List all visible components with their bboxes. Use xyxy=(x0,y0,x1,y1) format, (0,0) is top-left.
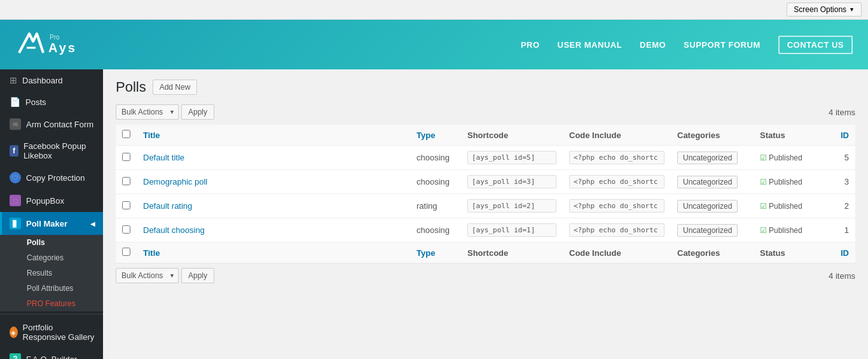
nav-contact-link[interactable]: CONTACT US xyxy=(778,36,853,54)
content-area: Polls Add New Bulk Actions ▼ Apply 4 ite… xyxy=(103,69,868,359)
row-title-link-1[interactable]: Demographic poll xyxy=(143,177,207,187)
logo-ays-label: Ays xyxy=(48,41,77,55)
published-check-icon-3: ☑ xyxy=(760,226,767,235)
col-status-header: Status xyxy=(754,125,823,146)
nav-user-manual-link[interactable]: USER MANUAL xyxy=(558,40,623,50)
submenu-poll-attributes[interactable]: Poll Attributes xyxy=(0,281,103,296)
row-code-3[interactable] xyxy=(569,223,665,237)
row-shortcode-3[interactable] xyxy=(467,223,556,237)
sidebar-item-copy-protection[interactable]: 🛡 Copy Protection xyxy=(0,166,103,189)
page-title: Polls xyxy=(116,79,146,95)
sidebar-item-facebook-popup[interactable]: f Facebook Popup Likebox xyxy=(0,136,103,166)
sidebar-item-posts[interactable]: 📄 Posts xyxy=(0,91,103,113)
row-checkbox-3[interactable] xyxy=(122,225,130,234)
foot-type[interactable]: Type xyxy=(410,243,461,264)
sidebar-item-dashboard[interactable]: ⊞ Dashboard xyxy=(0,69,103,91)
sidebar-item-poll-maker[interactable]: ▊ Poll Maker ◀ xyxy=(0,212,103,235)
row-title-link-2[interactable]: Default rating xyxy=(143,201,192,211)
sidebar-label-facebook: Facebook Popup Likebox xyxy=(24,141,95,160)
submenu-poll-attributes-label: Poll Attributes xyxy=(27,284,73,293)
bulk-actions-bottom-select[interactable]: Bulk Actions xyxy=(116,268,179,283)
posts-icon: 📄 xyxy=(10,97,20,107)
bulk-actions-select[interactable]: Bulk Actions xyxy=(116,104,179,120)
foot-title[interactable]: Title xyxy=(137,243,410,264)
sidebar-label-arm-contact: Arm Contact Form xyxy=(26,120,93,129)
row-type-3: choosing xyxy=(410,218,461,243)
select-all-checkbox[interactable] xyxy=(122,130,130,138)
row-checkbox-2[interactable] xyxy=(122,201,130,209)
foot-shortcode: Shortcode xyxy=(461,243,563,264)
row-checkbox-0[interactable] xyxy=(122,153,130,161)
portfolio-icon: ◈ xyxy=(10,327,18,338)
sidebar-item-portfolio[interactable]: ◈ Portfolio Responsive Gallery xyxy=(0,317,103,348)
row-type-0: choosing xyxy=(410,146,461,170)
table-row: Default choosing choosing Uncategorized … xyxy=(116,218,855,243)
row-status-0: ☑ Published xyxy=(760,153,817,162)
top-nav: PRO USER MANUAL DEMO SUPPORT FORUM CONTA… xyxy=(521,36,853,54)
row-title-link-0[interactable]: Default title xyxy=(143,153,184,162)
row-status-2: ☑ Published xyxy=(760,202,817,211)
sidebar-item-popupbox[interactable]: ◻ PopupBox xyxy=(0,189,103,212)
apply-button-bottom[interactable]: Apply xyxy=(181,268,214,283)
col-title-header[interactable]: Title xyxy=(137,125,410,146)
col-id-header[interactable]: ID xyxy=(823,125,855,146)
submenu-polls[interactable]: Polls xyxy=(0,235,103,250)
items-count-top: 4 items xyxy=(829,108,855,117)
published-check-icon-1: ☑ xyxy=(760,178,767,187)
polls-table: Title Type Shortcode Code Include Catego… xyxy=(116,125,855,263)
submenu-categories[interactable]: Categories xyxy=(0,250,103,265)
submenu-pro-label: PRO Features xyxy=(27,299,76,308)
page-header: Polls Add New xyxy=(116,79,855,95)
poll-maker-icon: ▊ xyxy=(10,218,21,229)
nav-support-link[interactable]: SUPPORT FORUM xyxy=(684,40,761,50)
sidebar-label-faq: F.A.Q. Builder xyxy=(26,355,77,360)
row-shortcode-0[interactable] xyxy=(467,151,556,164)
row-category-1: Uncategorized xyxy=(677,176,738,188)
screen-options-label: Screen Options xyxy=(794,5,846,14)
select-all-footer-checkbox[interactable] xyxy=(122,248,130,256)
col-categories-header: Categories xyxy=(671,125,754,146)
nav-pro-link[interactable]: PRO xyxy=(521,40,540,50)
row-id-1: 3 xyxy=(823,170,855,194)
submenu-results[interactable]: Results xyxy=(0,265,103,281)
foot-categories: Categories xyxy=(671,243,754,264)
screen-options-arrow-icon: ▼ xyxy=(849,6,855,13)
apply-button-top[interactable]: Apply xyxy=(181,104,214,120)
table-footer-row: Title Type Shortcode Code Include Catego… xyxy=(116,243,855,264)
col-checkbox xyxy=(116,125,137,146)
table-row: Demographic poll choosing Uncategorized … xyxy=(116,170,855,194)
row-title-link-3[interactable]: Default choosing xyxy=(143,225,205,235)
foot-status: Status xyxy=(754,243,823,264)
screen-options-button[interactable]: Screen Options ▼ xyxy=(787,3,862,17)
row-category-0: Uncategorized xyxy=(677,151,738,164)
arm-contact-icon: ✉ xyxy=(10,118,21,130)
table-header-row: Title Type Shortcode Code Include Catego… xyxy=(116,125,855,146)
published-check-icon-2: ☑ xyxy=(760,202,767,211)
add-new-button[interactable]: Add New xyxy=(153,80,198,95)
logo-pro-label: Pro xyxy=(50,34,77,41)
row-shortcode-2[interactable] xyxy=(467,199,556,213)
row-code-2[interactable] xyxy=(569,199,665,213)
sidebar-label-copy-protection: Copy Protection xyxy=(26,173,85,183)
logo-area: Pro Ays xyxy=(15,29,77,61)
row-type-2: rating xyxy=(410,194,461,218)
row-checkbox-1[interactable] xyxy=(122,177,130,185)
col-type-header[interactable]: Type xyxy=(410,125,461,146)
items-count-bottom: 4 items xyxy=(829,271,855,281)
foot-id[interactable]: ID xyxy=(823,243,855,264)
submenu-pro-features[interactable]: PRO Features xyxy=(0,296,103,311)
poll-maker-arrow-icon: ◀ xyxy=(90,220,95,227)
row-id-0: 5 xyxy=(823,146,855,170)
sidebar-label-posts: Posts xyxy=(25,97,46,107)
row-category-2: Uncategorized xyxy=(677,200,738,213)
top-toolbar: Bulk Actions ▼ Apply 4 items xyxy=(116,104,855,120)
sidebar-label-portfolio: Portfolio Responsive Gallery xyxy=(23,323,95,342)
nav-demo-link[interactable]: DEMO xyxy=(640,40,666,50)
sidebar-label-popupbox: PopupBox xyxy=(26,196,64,206)
row-code-1[interactable] xyxy=(569,175,665,188)
sidebar-item-arm-contact-form[interactable]: ✉ Arm Contact Form xyxy=(0,113,103,136)
foot-checkbox xyxy=(116,243,137,264)
row-shortcode-1[interactable] xyxy=(467,175,556,188)
row-code-0[interactable] xyxy=(569,151,665,164)
sidebar-item-faq[interactable]: ? F.A.Q. Builder xyxy=(0,348,103,359)
